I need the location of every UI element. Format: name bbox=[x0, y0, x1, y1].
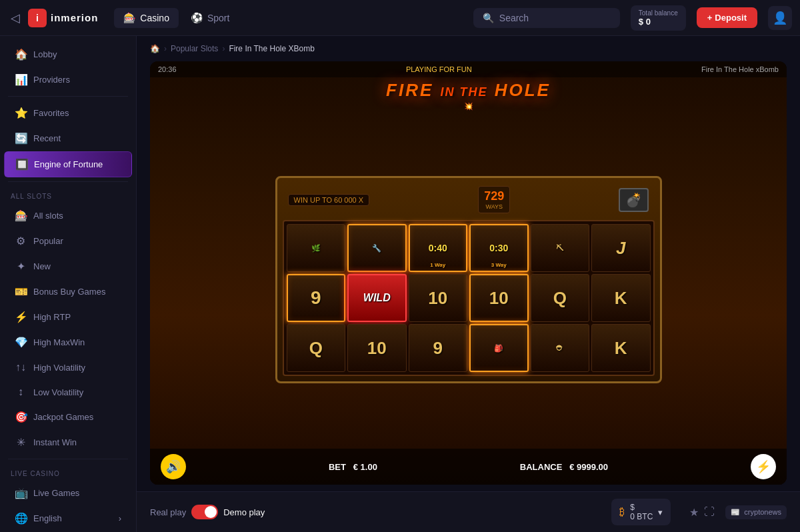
sidebar-item-high-rtp[interactable]: ⚡ High RTP bbox=[4, 305, 132, 329]
tab-casino[interactable]: 🎰 Casino bbox=[114, 8, 179, 28]
breadcrumb-current: Fire In The Hole XBomb bbox=[229, 44, 315, 53]
slot-ways: 729 WAYS bbox=[478, 186, 510, 213]
balance-value: € 9999.00 bbox=[569, 462, 608, 472]
bottom-right-icons: ★ ⛶ bbox=[689, 506, 715, 519]
sidebar-item-live-games[interactable]: 📺 Live Games bbox=[4, 481, 132, 505]
sidebar-divider-3 bbox=[8, 459, 128, 459]
sidebar-item-all-slots[interactable]: 🎰 All slots bbox=[4, 203, 132, 228]
slot-cell-2-1: 10 bbox=[347, 324, 407, 372]
engine-icon: 🔲 bbox=[15, 158, 27, 171]
sidebar-item-label: All slots bbox=[33, 211, 63, 221]
tab-casino-label: Casino bbox=[140, 13, 169, 23]
sidebar-divider bbox=[8, 96, 128, 97]
sidebar-item-recent[interactable]: 🔄 Recent bbox=[4, 126, 132, 151]
sidebar-item-high-volatility[interactable]: ↑↓ High Volatility bbox=[4, 355, 132, 379]
fullscreen-button[interactable]: ⛶ bbox=[704, 506, 715, 519]
sound-button[interactable]: 🔊 bbox=[161, 454, 186, 479]
tab-sport[interactable]: ⚽ Sport bbox=[181, 8, 239, 28]
game-mode: PLAYING FOR FUN bbox=[406, 65, 472, 73]
sidebar-item-label: Instant Win bbox=[33, 437, 77, 447]
sidebar-item-jackpot[interactable]: 🎯 Jackpot Games bbox=[4, 405, 132, 429]
high-vol-icon: ↑↓ bbox=[15, 361, 27, 373]
sidebar-item-favorites[interactable]: ⭐ Favorites bbox=[4, 101, 132, 125]
dropdown-icon: ▾ bbox=[658, 507, 663, 517]
deposit-button[interactable]: + Deposit bbox=[697, 7, 757, 28]
game-title-display: Fire In The Hole xBomb bbox=[701, 65, 779, 73]
low-vol-icon: ↕ bbox=[15, 386, 27, 398]
deposit-icon: + bbox=[707, 13, 713, 23]
sidebar-item-label: High MaxWin bbox=[33, 337, 85, 347]
search-bar[interactable]: 🔍 Search bbox=[473, 8, 620, 28]
ways-number: 729 bbox=[484, 189, 504, 203]
breadcrumb-popular-slots[interactable]: Popular Slots bbox=[171, 44, 218, 53]
sidebar-item-instant-win[interactable]: ✳ Instant Win bbox=[4, 430, 132, 455]
game-frame: 20:36 PLAYING FOR FUN Fire In The Hole x… bbox=[150, 61, 787, 485]
sidebar-item-label: Recent bbox=[33, 133, 61, 143]
favorite-game-button[interactable]: ★ bbox=[689, 506, 699, 519]
sidebar-item-high-maxwin[interactable]: 💎 High MaxWin bbox=[4, 330, 132, 355]
new-icon: ✦ bbox=[15, 260, 27, 273]
game-time: 20:36 bbox=[158, 65, 177, 73]
home-icon: 🏠 bbox=[15, 48, 27, 61]
slot-cell-1-5: K bbox=[591, 274, 651, 322]
casino-icon: 🎰 bbox=[123, 12, 136, 24]
sidebar-item-engine[interactable]: 🔲 Engine of Fortune bbox=[4, 151, 132, 177]
win-info: WIN UP TO 60 000 X bbox=[288, 194, 370, 206]
lightning-button[interactable]: ⚡ bbox=[751, 454, 776, 479]
live-icon: 📺 bbox=[15, 487, 27, 499]
demo-play-label: Demo play bbox=[223, 507, 265, 517]
tab-sport-label: Sport bbox=[207, 13, 229, 23]
providers-icon: 📊 bbox=[15, 73, 27, 86]
search-label: Search bbox=[499, 13, 529, 23]
slot-cell-0-0: 🌿 bbox=[287, 224, 346, 272]
crypto-amount: 0 BTC bbox=[630, 512, 653, 521]
home-breadcrumb-icon[interactable]: 🏠 bbox=[150, 44, 160, 53]
sound-icon: 🔊 bbox=[166, 459, 181, 474]
main-layout: 🏠 Lobby 📊 Providers ⭐ Favorites 🔄 Recent… bbox=[0, 36, 800, 532]
slot-cell-1-0: 9 bbox=[287, 274, 346, 322]
deposit-label: Deposit bbox=[715, 13, 747, 23]
sidebar-item-language[interactable]: 🌐 English › bbox=[4, 506, 132, 531]
language-icon: 🌐 bbox=[15, 512, 27, 525]
game-top-bar: 20:36 PLAYING FOR FUN Fire In The Hole x… bbox=[150, 61, 787, 77]
game-background: 20:36 PLAYING FOR FUN Fire In The Hole x… bbox=[150, 61, 787, 485]
slot-cell-0-2: 0:40 1 Way bbox=[409, 224, 468, 272]
logo-icon: i bbox=[28, 9, 47, 27]
crypto-selector[interactable]: ₿ $ 0 BTC ▾ bbox=[611, 499, 671, 525]
sidebar-divider-2 bbox=[8, 181, 128, 182]
sidebar-item-lobby[interactable]: 🏠 Lobby bbox=[4, 42, 132, 67]
sidebar-item-popular[interactable]: ⚙ Popular bbox=[4, 229, 132, 253]
recent-icon: 🔄 bbox=[15, 132, 27, 145]
chevron-right-icon: › bbox=[119, 513, 121, 523]
demo-toggle-switch[interactable] bbox=[191, 505, 218, 519]
slot-cell-0-3: 0:30 3 Way bbox=[469, 224, 529, 272]
slot-cell-2-4: ⛑ bbox=[531, 324, 590, 372]
slot-cell-2-0: Q bbox=[287, 324, 346, 372]
sidebar-item-bonus-buy[interactable]: 🎫 Bonus Buy Games bbox=[4, 279, 132, 304]
bottom-bar: Real play Demo play ₿ $ 0 BTC ▾ ★ bbox=[137, 491, 800, 532]
sidebar-item-label: Popular bbox=[33, 236, 63, 246]
crypto-label: $ bbox=[630, 503, 653, 512]
ways-label: WAYS bbox=[484, 203, 504, 210]
bonus-icon: 🎫 bbox=[15, 285, 27, 298]
star-icon: ⭐ bbox=[15, 107, 27, 119]
balance-label: Total balance bbox=[639, 9, 678, 17]
balance-area: Total balance $ 0 bbox=[631, 5, 686, 31]
slot-cell-1-3: 10 bbox=[469, 274, 529, 322]
game-controls: 🔊 BET € 1.00 BALANCE € 9999.00 bbox=[150, 449, 787, 485]
bet-value: € 1.00 bbox=[353, 462, 377, 472]
sidebar-item-new[interactable]: ✦ New bbox=[4, 254, 132, 279]
user-profile-button[interactable]: 👤 bbox=[768, 6, 792, 30]
slot-info-bar: WIN UP TO 60 000 X 729 WAYS 💣 bbox=[283, 183, 655, 216]
bet-display: BET € 1.00 bbox=[329, 462, 377, 472]
breadcrumb-sep-1: › bbox=[164, 44, 167, 53]
collapse-sidebar-button[interactable]: ◁ bbox=[8, 8, 23, 28]
instant-icon: ✳ bbox=[15, 436, 27, 449]
sidebar-item-providers[interactable]: 📊 Providers bbox=[4, 67, 132, 92]
all-slots-icon: 🎰 bbox=[15, 209, 27, 222]
sidebar-item-low-volatility[interactable]: ↕ Low Volatility bbox=[4, 380, 132, 404]
sidebar: 🏠 Lobby 📊 Providers ⭐ Favorites 🔄 Recent… bbox=[0, 36, 137, 532]
bomb-icon: 💣 bbox=[619, 188, 649, 212]
sidebar-item-label: Low Volatility bbox=[33, 387, 83, 397]
sidebar-item-label: Bonus Buy Games bbox=[33, 287, 105, 297]
